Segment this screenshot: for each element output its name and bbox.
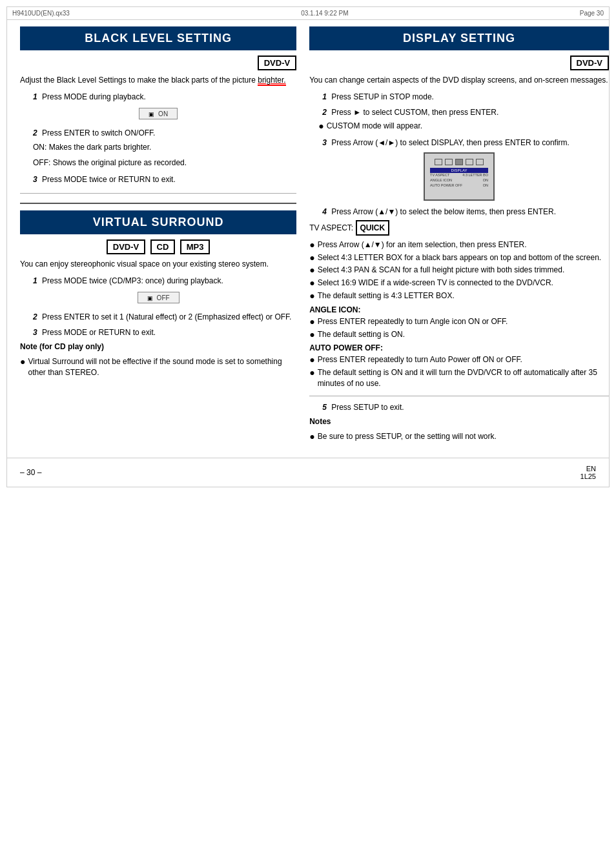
display-on-text: ON [158, 110, 168, 117]
step1-num: 1 [33, 92, 37, 101]
display-step3: 3 Press Arrow (◄/►) to select DISPLAY, t… [322, 138, 609, 147]
display-intro: You can change certain aspects of the DV… [309, 74, 609, 86]
notes-bullet-dot: ● [309, 431, 314, 442]
footer-code: 1L25 [580, 472, 596, 480]
angle-bullet2-dot: ● [309, 329, 314, 340]
screen-row2: ANGLE ICON ON [430, 178, 488, 183]
black-level-intro: Adjust the Black Level Settings to make … [20, 74, 296, 86]
step5-divider [309, 396, 609, 396]
display-off-container: ▣ OFF [20, 289, 296, 306]
dstep3-num: 3 [322, 138, 327, 147]
step2-text: Press ENTER to switch ON/OFF. [42, 128, 155, 137]
header-date: 03.1.14 9:22 PM [301, 10, 348, 17]
auto-bullet2-dot: ● [309, 367, 314, 378]
screen-row3: AUTO POWER OFF ON [430, 183, 488, 188]
screen-row1: TV ASPECT 4:3 LETTER BO [430, 173, 488, 178]
auto-power-label: AUTO POWER OFF: [309, 343, 609, 352]
step1-text: Press MODE during playback. [42, 92, 146, 101]
virtual-step1: 1 Press MODE twice (CD/MP3: once) during… [33, 276, 296, 285]
notes-bullet-text: Be sure to press SETUP, or the setting w… [318, 431, 497, 442]
screen-menu: DISPLAY TV ASPECT 4:3 LETTER BO ANGLE IC… [427, 167, 491, 189]
display-step5: 5 Press SETUP to exit. [322, 403, 609, 412]
screen-icon-2 [445, 159, 453, 165]
left-column: BLACK LEVEL SETTING DVD-V Adjust the Bla… [20, 26, 296, 451]
display-setting-section: DISPLAY SETTING DVD-V You can change cer… [309, 26, 609, 442]
display-off-box: ▣ OFF [138, 292, 180, 303]
virtual-mp3-badge: MP3 [180, 239, 210, 254]
main-content: BLACK LEVEL SETTING DVD-V Adjust the Bla… [7, 20, 609, 458]
tv-bullet4: ● Select 16:9 WIDE if a wide-screen TV i… [309, 278, 609, 289]
screen-auto-power: AUTO POWER OFF [430, 183, 462, 188]
footer-page-num: – 30 – [20, 468, 41, 477]
notes-label: Notes [309, 416, 609, 427]
off-text: OFF: Shows the original picture as recor… [33, 157, 296, 168]
custom-bullet: ● CUSTOM mode will appear. [318, 121, 609, 132]
angle-bullet1-dot: ● [309, 316, 314, 327]
dstep2-text: Press ► to select CUSTOM, then press ENT… [331, 108, 498, 117]
screen-icon-3 [455, 159, 463, 165]
angle-bullet2-text: The default setting is ON. [318, 329, 405, 340]
tv-bullet2-dot: ● [309, 252, 314, 263]
virtual-step3: 3 Press MODE or RETURN to exit. [33, 328, 296, 337]
auto-bullet2-text: The default setting is ON and it will tu… [318, 367, 609, 389]
virtual-surround-section: VIRTUAL SURROUND DVD-V CD MP3 You can en… [20, 203, 296, 378]
note-bullet-dot: ● [20, 356, 25, 367]
screen-angle: ANGLE ICON [430, 178, 452, 183]
tv-bullet1: ● Press Arrow (▲/▼) for an item selectio… [309, 239, 609, 250]
screen-display-label: DISPLAY [430, 168, 488, 173]
page-header: H9410UD(EN).qx33 03.1.14 9:22 PM Page 30 [7, 7, 609, 20]
virtual-badges-row: DVD-V CD MP3 [20, 239, 296, 254]
dstep2-num: 2 [322, 108, 327, 117]
screen-angle-on: ON [483, 178, 488, 183]
tv-bullet2-text: Select 4:3 LETTER BOX for a black bars a… [318, 252, 602, 263]
screen-icon-1 [435, 159, 442, 165]
auto-bullet1-text: Press ENTER repeatedly to turn Auto Powe… [318, 354, 522, 365]
screen-image-container: DISPLAY TV ASPECT 4:3 LETTER BO ANGLE IC… [309, 152, 609, 201]
vstep1-num: 1 [33, 276, 37, 285]
tv-bullet1-text: Press Arrow (▲/▼) for an item selection,… [318, 239, 527, 250]
dstep4-text: Press Arrow (▲/▼) to select the below it… [331, 207, 556, 216]
right-column: DISPLAY SETTING DVD-V You can change cer… [309, 26, 609, 451]
black-level-step2: 2 Press ENTER to switch ON/OFF. [33, 128, 296, 137]
display-on-container: ▣ ON [20, 105, 296, 122]
vstep1-text: Press MODE twice (CD/MP3: once) during p… [42, 276, 223, 285]
custom-bullet-text: CUSTOM mode will appear. [327, 121, 423, 132]
screen-tv-aspect: TV ASPECT [430, 173, 449, 178]
vstep3-num: 3 [33, 328, 37, 337]
footer-lang: EN [586, 465, 596, 472]
brighter-highlight: brighter. [258, 76, 285, 86]
dstep1-text: Press SETUP in STOP mode. [331, 92, 434, 101]
section-divider [20, 193, 296, 194]
screen-icon-5 [476, 159, 484, 165]
tv-bullet1-dot: ● [309, 239, 314, 250]
virtual-surround-intro: You can enjoy stereophonic visual space … [20, 258, 296, 270]
note-bullet-text: Virtual Surround will not be effective i… [28, 356, 296, 378]
angle-bullet1-text: Press ENTER repeatedly to turn Angle ico… [318, 316, 508, 327]
screen-43letter: 4:3 LETTER BO [462, 173, 488, 178]
virtual-step2: 2 Press ENTER to set it 1 (Natural effec… [33, 312, 296, 321]
tv-aspect-line: TV ASPECT: QUICK [309, 220, 609, 236]
tv-bullet3-text: Select 4:3 PAN & SCAN for a full height … [318, 265, 565, 276]
note-bullet: ● Virtual Surround will not be effective… [20, 356, 296, 378]
dstep5-text: Press SETUP to exit. [331, 403, 404, 412]
display-dvd-badge: DVD-V [570, 56, 609, 70]
virtual-cd-badge: CD [150, 239, 176, 254]
auto-bullet1: ● Press ENTER repeatedly to turn Auto Po… [309, 354, 609, 365]
tv-bullet3-dot: ● [309, 265, 314, 276]
tv-bullet5-dot: ● [309, 290, 314, 301]
screen-auto-on: ON [483, 183, 488, 188]
tv-aspect-label: TV ASPECT: [309, 223, 353, 232]
tv-aspect-value: QUICK [356, 220, 390, 236]
virtual-surround-title: VIRTUAL SURROUND [20, 210, 296, 234]
black-level-step1: 1 Press MODE during playback. [33, 92, 296, 101]
vstep2-num: 2 [33, 312, 37, 321]
page-footer: – 30 – EN 1L25 [7, 458, 609, 487]
display-step1: 1 Press SETUP in STOP mode. [322, 92, 609, 101]
auto-bullet2: ● The default setting is ON and it will … [309, 367, 609, 389]
dstep5-num: 5 [322, 403, 327, 412]
black-level-step3: 3 Press MODE twice or RETURN to exit. [33, 175, 296, 184]
vstep3-text: Press MODE or RETURN to exit. [42, 328, 156, 337]
note-title: Note (for CD play only) [20, 341, 296, 352]
footer-right: EN 1L25 [580, 465, 596, 480]
dstep3-text: Press Arrow (◄/►) to select DISPLAY, the… [331, 138, 570, 147]
